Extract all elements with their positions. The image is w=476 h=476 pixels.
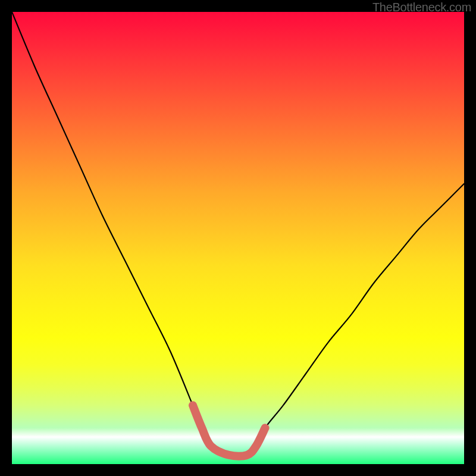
chart-frame: TheBottleneck.com	[0, 0, 476, 476]
watermark-text: TheBottleneck.com	[372, 1, 471, 14]
plot-area	[12, 12, 464, 464]
highlight-segment	[193, 405, 265, 456]
bottleneck-curve	[12, 12, 464, 456]
curve-layer	[12, 12, 464, 464]
